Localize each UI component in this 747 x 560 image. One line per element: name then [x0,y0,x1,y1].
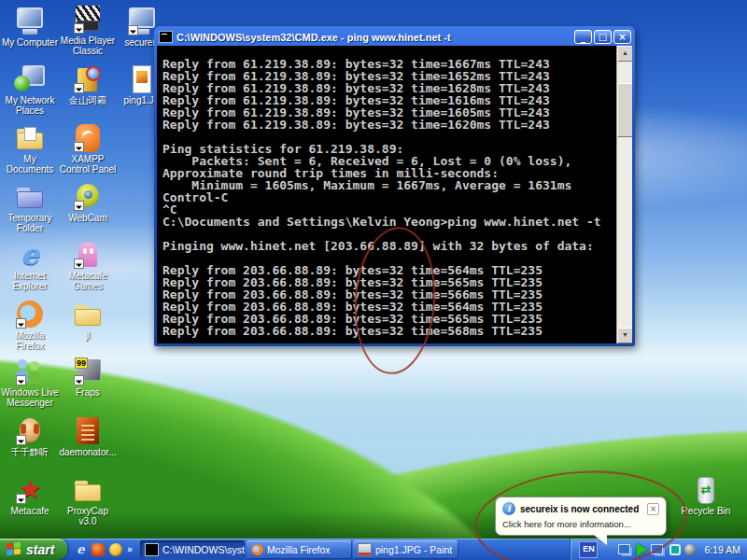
console-area[interactable]: Reply from 61.219.38.89: bytes=32 time=1… [157,46,632,343]
cmd-icon [159,31,173,43]
task-label: C:\WINDOWS\syste... [162,544,245,555]
scrollbar[interactable]: ▲ ▼ [616,46,632,343]
quick-launch-overflow-icon[interactable]: » [127,544,133,554]
shortcut-arrow-icon [74,23,84,34]
task-label: ping1.JPG - Paint [375,544,452,555]
icon-label: Recycle Bin [676,506,736,516]
info-icon: i [502,502,515,515]
balloon-title: secureix is now connected [520,504,639,514]
desktop-icon-fraps[interactable]: 99 Fraps [58,357,118,398]
start-label: start [26,542,54,557]
secureix-icon [126,7,158,35]
dictionary-icon [72,65,104,93]
tray-round-icon[interactable] [684,544,696,555]
desktop-icon-my-computer[interactable]: My Computer [0,7,60,48]
taskbar-task-cmd[interactable]: C:\WINDOWS\syste... [140,540,245,558]
icon-label: WebCam [58,213,118,223]
network-places-icon [14,65,46,93]
desktop-icon-webcam[interactable]: WebCam [58,183,118,223]
tray-network2-icon[interactable] [651,544,663,554]
desktop-icon-metacafe[interactable]: ★ Metacafe [0,476,60,516]
desktop-icon-my-documents[interactable]: My Documents [0,124,60,175]
icon-label: My Documents [0,154,60,175]
messenger-icon [14,357,46,385]
desktop-icon-proxycap[interactable]: ProxyCap v3.0 [58,476,118,526]
image-file-icon [126,65,158,93]
quick-launch-app-icon[interactable] [92,543,105,556]
console-output: Reply from 61.219.38.89: bytes=32 time=1… [157,46,632,337]
webcam-icon [72,183,104,211]
tray-network-icon[interactable] [618,544,630,554]
desktop-icon-recycle-bin[interactable]: ⇄ Recycle Bin [676,476,736,516]
icon-label: ProxyCap v3.0 [58,506,118,526]
balloon-tail [593,534,607,545]
desktop-icon-mozilla-firefox[interactable]: Mozilla Firefox [0,301,60,351]
cmd-window-title: C:\WINDOWS\system32\CMD.exe - ping www.h… [176,32,451,43]
desktop-icon-dictionary[interactable]: 金山词霸 [58,65,118,105]
icon-label: 金山词霸 [58,95,118,105]
cmd-title-bar[interactable]: C:\WINDOWS\system32\CMD.exe - ping www.h… [154,26,635,47]
shortcut-arrow-icon [16,494,26,504]
scroll-down-icon[interactable]: ▼ [617,328,632,343]
ie-icon: e [14,241,46,269]
shortcut-arrow-icon [74,142,84,152]
folder-icon [14,183,46,211]
taskbar: start e » C:\WINDOWS\syste... Mozilla Fi… [0,539,747,560]
desktop-icon-xampp[interactable]: XAMPP Control Panel [58,124,118,175]
desktop-icon-jl-folder[interactable]: jl [58,301,118,341]
start-button[interactable]: start [0,539,67,560]
folder-icon [72,301,104,329]
tray-play-icon[interactable] [637,543,647,556]
desktop-icon-daemonator[interactable]: daemonator... [58,417,118,457]
recycle-bin-icon: ⇄ [690,476,722,504]
xampp-icon [72,124,104,152]
shortcut-arrow-icon [74,375,84,385]
my-computer-icon [14,7,46,35]
quick-launch-ie-icon[interactable]: e [74,543,87,556]
desktop-icon-metacafe-games[interactable]: Metacafe Games [58,241,118,291]
minimize-button[interactable]: _ [574,30,592,44]
firefox-icon [251,544,263,555]
balloon-close-icon[interactable]: × [647,503,659,515]
close-button[interactable]: × [613,30,631,44]
metacafe-icon: ★ [14,476,46,504]
desktop-icon-temporary-folder[interactable]: Temporary Folder [0,183,60,233]
cmd-window: C:\WINDOWS\system32\CMD.exe - ping www.h… [154,26,635,346]
shortcut-arrow-icon [128,25,138,35]
taskbar-task-paint[interactable]: ping1.JPG - Paint [353,540,458,558]
icon-label: My Network Places [0,95,60,116]
shortcut-arrow-icon [74,83,84,93]
daemon-icon [72,417,104,445]
icon-label: Metacafe Games [58,271,118,291]
desktop-icon-internet-explorer[interactable]: e Internet Explorer [0,241,60,291]
desktop-icon-ttplayer[interactable]: 千千静听 [0,417,60,457]
icon-label: Windows Live Messenger [0,387,60,408]
desktop-icon-my-network-places[interactable]: My Network Places [0,65,60,116]
desktop-icon-media-player-classic[interactable]: 1:21 Media Player Classic [58,6,118,56]
quick-launch-smiley-icon[interactable] [109,543,122,556]
ttplayer-icon [14,417,46,445]
icon-label: daemonator... [58,447,118,457]
icon-label: Fraps [58,387,118,398]
icon-label: Internet Explorer [0,271,60,291]
paint-icon [358,543,372,556]
shortcut-arrow-icon [16,375,26,385]
scrollbar-thumb[interactable] [617,83,632,137]
maximize-button[interactable]: □ [594,30,612,44]
icon-label: 千千静听 [0,447,60,457]
desktop-icon-windows-live-messenger[interactable]: Windows Live Messenger [0,357,60,408]
scroll-up-icon[interactable]: ▲ [617,46,632,62]
folder-icon [72,476,104,504]
shortcut-arrow-icon [16,435,26,445]
shortcut-arrow-icon [74,259,84,269]
my-documents-icon [14,124,46,152]
icon-label: XAMPP Control Panel [58,154,118,175]
icon-label: Metacafe [0,506,60,516]
ghost-icon [72,241,104,269]
taskbar-clock[interactable]: 6:19 AM [704,544,740,555]
taskbar-task-firefox[interactable]: Mozilla Firefox [247,540,351,558]
notification-balloon[interactable]: i secureix is now connected × Click here… [495,497,667,536]
cmd-icon [145,543,159,556]
tray-app-icon[interactable] [669,544,681,555]
balloon-message[interactable]: Click here for more information... [502,519,659,529]
